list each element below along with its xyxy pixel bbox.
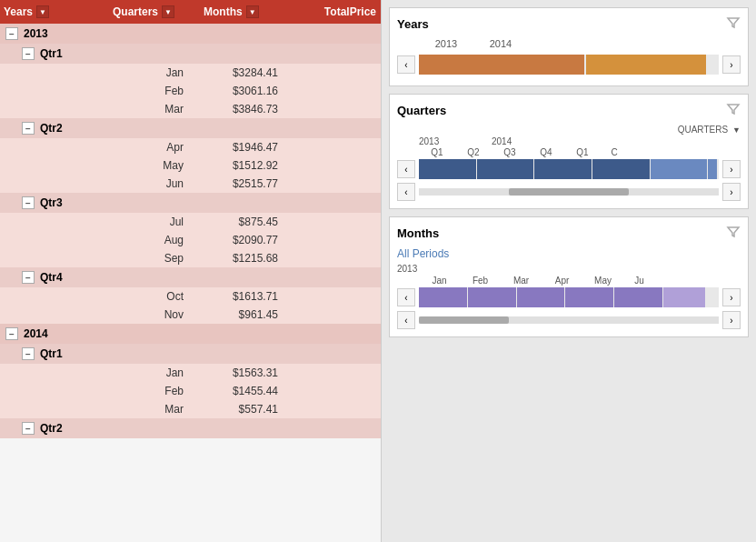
month-row-2013-q2-apr: Apr $1946.47 xyxy=(0,138,381,156)
months-scroll-right[interactable]: › xyxy=(722,311,741,329)
q-label-q1-2014: Q1 xyxy=(564,147,601,157)
years-slicer-header: Years xyxy=(397,15,741,33)
price-2014-q1-mar: $557.41 xyxy=(194,403,285,416)
month-name-may: May xyxy=(4,159,194,172)
quarter-label-2013-qtr3: Qtr3 xyxy=(40,196,63,209)
years-bar-labels: 2013 2014 xyxy=(397,38,741,49)
year-bar-2014[interactable] xyxy=(586,55,706,75)
price-2013-q4-oct: $1613.71 xyxy=(194,290,285,303)
years-nav-left[interactable]: ‹ xyxy=(397,55,415,74)
m-bar-jan[interactable] xyxy=(419,287,467,307)
quarter-row-2013-qtr1: − Qtr1 xyxy=(0,44,381,64)
q-bar-q4-2013[interactable] xyxy=(592,159,650,179)
quarters-dropdown-arrow[interactable]: ▼ xyxy=(732,125,741,135)
months-scroll-left[interactable]: ‹ xyxy=(397,311,415,329)
quarters-scroll-thumb[interactable] xyxy=(509,188,629,196)
quarters-bar-row: ‹ › xyxy=(397,159,741,179)
toggle-2013-qtr3[interactable]: − xyxy=(22,196,35,209)
quarter-label-2013-qtr2: Qtr2 xyxy=(40,122,63,135)
quarters-nav-right[interactable]: › xyxy=(722,160,741,178)
quarter-label-2014-qtr2: Qtr2 xyxy=(40,422,63,435)
month-row-2013-q3-aug: Aug $2090.77 xyxy=(0,231,381,249)
price-2014-q1-feb: $1455.44 xyxy=(194,385,285,397)
years-filter-icon[interactable] xyxy=(726,15,741,33)
m-bar-may[interactable] xyxy=(614,287,662,307)
month-row-2014-q1-mar: Mar $557.41 xyxy=(0,400,381,418)
quarters-bar-track[interactable] xyxy=(419,159,719,179)
quarter-row-2013-qtr3: − Qtr3 xyxy=(0,193,381,213)
quarters-scroll-right[interactable]: › xyxy=(722,183,741,201)
quarters-scroll-left[interactable]: ‹ xyxy=(397,183,415,201)
q-bar-q2-2013[interactable] xyxy=(477,159,534,179)
q-bar-q1-2014[interactable] xyxy=(651,159,708,179)
month-row-2013-q4-oct: Oct $1613.71 xyxy=(0,287,381,306)
toggle-2014[interactable]: − xyxy=(5,327,18,340)
m-bar-ju[interactable] xyxy=(663,287,705,307)
month-row-2013-q1-feb: Feb $3061.16 xyxy=(0,82,381,100)
month-name-sep: Sep xyxy=(4,252,194,265)
months-scroll-thumb[interactable] xyxy=(419,316,509,324)
toggle-2014-qtr1[interactable]: − xyxy=(22,347,35,360)
q-label-c: C xyxy=(601,147,628,157)
m-bar-feb[interactable] xyxy=(468,287,516,307)
year-label-2013: 2013 xyxy=(24,27,48,40)
quarters-nav-left[interactable]: ‹ xyxy=(397,160,415,178)
price-2013-q3-sep: $1215.68 xyxy=(194,252,285,265)
m-bar-apr[interactable] xyxy=(565,287,613,307)
toggle-2014-qtr2[interactable]: − xyxy=(22,422,35,435)
months-bar-row: ‹ › xyxy=(397,287,741,307)
toggle-2013-qtr1[interactable]: − xyxy=(22,47,35,60)
months-year-label: 2013 xyxy=(397,264,741,274)
month-name-aug: Aug xyxy=(4,234,194,246)
q-bar-c[interactable] xyxy=(708,159,717,179)
price-2013-q1-feb: $3061.16 xyxy=(194,85,285,97)
quarters-scroll-track[interactable] xyxy=(419,188,719,196)
years-bar-container: ‹ › xyxy=(397,51,741,78)
col-years-header: Years ▼ xyxy=(4,5,113,18)
table-header: Years ▼ Quarters ▼ Months ▼ TotalPrice xyxy=(0,0,381,24)
q-bar-q1-2013[interactable] xyxy=(419,159,476,179)
months-nav-left[interactable]: ‹ xyxy=(397,288,415,306)
years-bar-track[interactable] xyxy=(419,55,719,75)
year-bar-2013[interactable] xyxy=(419,55,584,75)
months-nav-right[interactable]: › xyxy=(722,288,741,306)
quarters-filter-icon[interactable] xyxy=(726,102,741,119)
col-months-header: Months ▼ xyxy=(204,5,285,18)
m-label-mar: Mar xyxy=(501,276,542,286)
toggle-2013-qtr4[interactable]: − xyxy=(22,271,35,284)
col-quarters-header: Quarters ▼ xyxy=(113,5,204,18)
months-scroll-track[interactable] xyxy=(419,316,719,324)
price-2013-q1-mar: $3846.73 xyxy=(194,103,285,115)
months-filter-icon[interactable] xyxy=(726,225,741,242)
m-bar-mar[interactable] xyxy=(517,287,565,307)
months-all-periods[interactable]: All Periods xyxy=(397,247,741,260)
years-sort-btn[interactable]: ▼ xyxy=(36,5,49,18)
left-panel: Years ▼ Quarters ▼ Months ▼ TotalPrice −… xyxy=(0,0,382,542)
years-slicer: Years 2013 2014 ‹ › xyxy=(389,7,749,86)
quarters-year-labels: 2013 2014 xyxy=(397,136,741,146)
price-header-label: TotalPrice xyxy=(324,5,376,18)
quarters-slicer: Quarters QUARTERS ▼ 2013 2014 Q1 Q2 Q3 Q… xyxy=(389,94,749,209)
month-row-2014-q1-jan: Jan $1563.31 xyxy=(0,364,381,382)
q-bar-q3-2013[interactable] xyxy=(534,159,592,179)
quarter-row-2013-qtr2: − Qtr2 xyxy=(0,118,381,138)
months-scrollbar: ‹ › xyxy=(397,311,741,329)
quarters-q-labels: Q1 Q2 Q3 Q4 Q1 C xyxy=(397,147,741,157)
months-slicer-header: Months xyxy=(397,225,741,242)
month-row-2013-q1-mar: Mar $3846.73 xyxy=(0,100,381,118)
quarters-subtitle: QUARTERS xyxy=(678,125,728,135)
months-bar-track[interactable] xyxy=(419,287,719,307)
price-2013-q3-jul: $875.45 xyxy=(194,216,285,228)
month-name-2014-mar: Mar xyxy=(4,403,194,416)
toggle-2013[interactable]: − xyxy=(5,27,18,40)
price-2013-q2-jun: $2515.77 xyxy=(194,177,285,190)
quarters-sort-btn[interactable]: ▼ xyxy=(162,5,174,18)
quarters-year-2013: 2013 xyxy=(419,136,492,146)
months-sort-btn[interactable]: ▼ xyxy=(246,5,259,18)
month-name-jan: Jan xyxy=(4,66,194,79)
price-2014-q1-jan: $1563.31 xyxy=(194,366,285,379)
month-name-mar: Mar xyxy=(4,103,194,115)
toggle-2013-qtr2[interactable]: − xyxy=(22,122,35,135)
years-nav-right[interactable]: › xyxy=(722,55,741,74)
price-2013-q2-may: $1512.92 xyxy=(194,159,285,172)
